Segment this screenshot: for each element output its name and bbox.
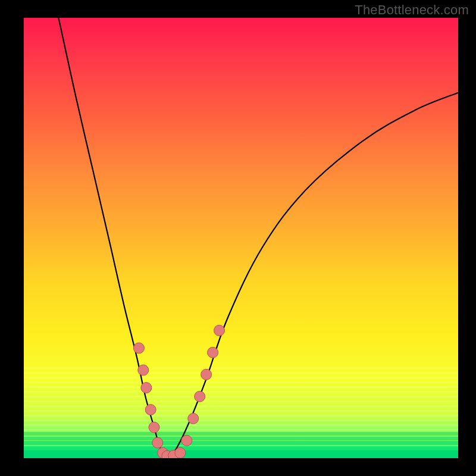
data-dot [208, 347, 218, 358]
curve-group [58, 18, 458, 458]
chart-frame: TheBottleneck.com [0, 0, 476, 476]
data-dot [195, 391, 205, 402]
data-dot [152, 437, 163, 448]
data-dot [181, 435, 192, 446]
data-dot [188, 413, 199, 424]
data-dot [145, 405, 156, 415]
chart-svg [24, 18, 458, 458]
data-dot [138, 365, 149, 375]
data-dot [214, 325, 225, 336]
data-dot [141, 383, 152, 393]
plot-area [24, 18, 458, 458]
data-dot [133, 343, 144, 353]
data-dot [149, 422, 159, 433]
data-dot [175, 447, 186, 458]
data-dots [133, 325, 224, 458]
data-dot [201, 369, 212, 380]
curve-right [167, 93, 458, 458]
watermark-text: TheBottleneck.com [355, 2, 469, 18]
curve-left [58, 18, 167, 458]
